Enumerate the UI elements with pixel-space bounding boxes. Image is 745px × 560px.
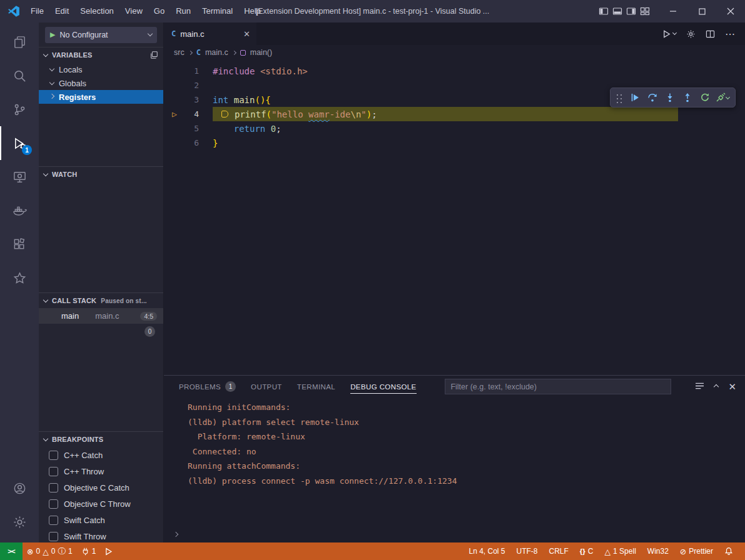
extensions-icon[interactable] bbox=[0, 228, 39, 261]
toggle-panel-icon[interactable] bbox=[612, 6, 622, 16]
code-line[interactable]: 5 return 0; bbox=[164, 121, 745, 136]
settings-gear-icon[interactable] bbox=[0, 505, 39, 539]
menu-terminal[interactable]: Terminal bbox=[196, 0, 238, 22]
disconnect-button[interactable] bbox=[714, 89, 731, 106]
source-control-icon[interactable] bbox=[0, 92, 39, 126]
call-stack-header[interactable]: CALL STACK Paused on st... bbox=[39, 293, 163, 308]
code-line[interactable]: ▷4printf("hello wamr-ide\n"); bbox=[164, 107, 745, 121]
toolbar-drag-grip[interactable] bbox=[615, 92, 623, 103]
debug-status[interactable] bbox=[100, 542, 117, 560]
code-line[interactable]: 1#include <stdio.h> bbox=[164, 64, 745, 78]
step-over-button[interactable] bbox=[644, 89, 661, 106]
formatter-status[interactable]: ⊘ Prettier bbox=[674, 542, 719, 560]
breakpoint-item[interactable]: C++ Catch bbox=[39, 447, 163, 463]
breakpoint-item[interactable]: C++ Throw bbox=[39, 463, 163, 479]
search-icon[interactable] bbox=[0, 59, 39, 92]
tab-terminal[interactable]: TERMINAL bbox=[297, 376, 335, 398]
code-line[interactable]: 6} bbox=[164, 136, 745, 150]
variables-header[interactable]: VARIABLES bbox=[39, 48, 163, 62]
breakpoint-checkbox[interactable] bbox=[49, 516, 58, 525]
continue-button[interactable] bbox=[627, 89, 643, 106]
start-debug-icon[interactable]: ▶ bbox=[50, 31, 55, 39]
breakpoint-item[interactable]: Swift Throw bbox=[39, 528, 163, 542]
more-actions-icon[interactable]: ⋯ bbox=[725, 28, 735, 40]
variables-actions-icon[interactable] bbox=[150, 51, 158, 59]
problems-status[interactable]: ⊗ 0 △ 0 ⓘ 1 bbox=[23, 542, 77, 560]
minimize-button[interactable] bbox=[659, 0, 687, 22]
line-number: 6 bbox=[185, 138, 199, 148]
output-actions-icon[interactable] bbox=[695, 381, 704, 392]
tab-debug-console[interactable]: DEBUG CONSOLE bbox=[350, 376, 417, 398]
restart-button[interactable] bbox=[697, 89, 713, 106]
step-out-button[interactable] bbox=[679, 89, 696, 106]
run-and-debug-icon[interactable]: 1 bbox=[0, 126, 39, 160]
accounts-icon[interactable] bbox=[0, 471, 39, 505]
breadcrumb-src[interactable]: src bbox=[174, 48, 185, 57]
code-text[interactable]: } bbox=[213, 136, 218, 150]
menu-edit[interactable]: Edit bbox=[49, 0, 74, 22]
maximize-button[interactable] bbox=[687, 0, 716, 22]
variables-scope-locals[interactable]: Locals bbox=[39, 62, 163, 76]
code-text[interactable]: return 0; bbox=[213, 121, 281, 136]
encoding-indicator[interactable]: UTF-8 bbox=[511, 542, 544, 560]
star-icon[interactable] bbox=[0, 261, 39, 295]
code-text[interactable]: #include <stdio.h> bbox=[213, 64, 308, 78]
menu-run[interactable]: Run bbox=[170, 0, 196, 22]
stack-frame-row[interactable]: main main.c 4:5 bbox=[39, 308, 163, 324]
remote-explorer-icon[interactable] bbox=[0, 160, 39, 194]
breakpoint-checkbox[interactable] bbox=[49, 499, 58, 509]
breakpoint-checkbox[interactable] bbox=[49, 467, 58, 476]
menu-file[interactable]: File bbox=[25, 0, 49, 22]
tab-problems[interactable]: PROBLEMS 1 bbox=[179, 376, 236, 398]
code-editor[interactable]: 1#include <stdio.h>23int main(){▷4printf… bbox=[164, 60, 745, 375]
console-output[interactable]: Running initCommands:(lldb) platform sel… bbox=[164, 398, 745, 526]
toggle-secondary-sidebar-icon[interactable] bbox=[626, 6, 636, 16]
console-input-row[interactable] bbox=[164, 526, 745, 542]
platform-indicator[interactable]: Win32 bbox=[642, 542, 674, 560]
breakpoint-checkbox[interactable] bbox=[49, 483, 58, 492]
cursor-position[interactable]: Ln 4, Col 5 bbox=[463, 542, 510, 560]
launch-config-dropdown[interactable]: ▶ No Configurat bbox=[45, 27, 157, 43]
tab-close-icon[interactable]: ✕ bbox=[243, 29, 250, 39]
tab-output[interactable]: OUTPUT bbox=[251, 376, 282, 398]
console-filter-input[interactable] bbox=[445, 379, 671, 394]
maximize-panel-icon[interactable] bbox=[714, 384, 719, 389]
eol-indicator[interactable]: CRLF bbox=[544, 542, 574, 560]
customize-layout-icon[interactable] bbox=[640, 6, 650, 16]
language-mode[interactable]: {} C bbox=[574, 542, 599, 560]
remote-indicator[interactable]: >< bbox=[0, 542, 23, 560]
breakpoint-item[interactable]: Objective C Catch bbox=[39, 479, 163, 496]
editor-settings-gear-icon[interactable] bbox=[686, 29, 696, 39]
variables-scope-globals[interactable]: Globals bbox=[39, 76, 163, 90]
current-frame-gutter-arrow[interactable]: ▷ bbox=[164, 107, 185, 121]
close-button[interactable] bbox=[716, 0, 745, 22]
breakpoint-item[interactable]: Swift Catch bbox=[39, 512, 163, 528]
menu-view[interactable]: View bbox=[119, 0, 148, 22]
breakpoints-header[interactable]: BREAKPOINTS bbox=[39, 432, 163, 447]
split-editor-icon[interactable] bbox=[706, 29, 715, 39]
breadcrumb-symbol[interactable]: main() bbox=[250, 48, 272, 57]
notifications-bell[interactable] bbox=[719, 542, 739, 560]
variables-scope-registers[interactable]: Registers bbox=[39, 90, 163, 104]
menu-go[interactable]: Go bbox=[148, 0, 170, 22]
breadcrumb-file[interactable]: main.c bbox=[205, 48, 228, 57]
close-panel-icon[interactable]: ✕ bbox=[728, 381, 736, 392]
code-text[interactable]: int main(){ bbox=[213, 92, 271, 107]
breakpoint-item[interactable]: Objective C Throw bbox=[39, 496, 163, 512]
spell-checker-status[interactable]: △ 1 Spell bbox=[599, 542, 641, 560]
menu-selection[interactable]: Selection bbox=[74, 0, 119, 22]
breakpoint-checkbox[interactable] bbox=[49, 532, 58, 541]
console-line: Running attachCommands: bbox=[188, 461, 745, 476]
breakpoint-checkbox[interactable] bbox=[49, 451, 58, 460]
toggle-primary-sidebar-icon[interactable] bbox=[599, 6, 609, 16]
run-file-button[interactable] bbox=[662, 29, 676, 39]
watch-section: WATCH bbox=[39, 166, 163, 292]
watch-header[interactable]: WATCH bbox=[39, 167, 163, 182]
ports-status[interactable]: 1 bbox=[77, 542, 101, 560]
tab-main-c[interactable]: C main.c ✕ bbox=[164, 22, 256, 45]
explorer-icon[interactable] bbox=[0, 25, 39, 59]
docker-icon[interactable] bbox=[0, 194, 39, 228]
step-into-button[interactable] bbox=[662, 89, 678, 106]
remote-icon: >< bbox=[8, 548, 14, 555]
code-text[interactable]: printf("hello wamr-ide\n"); bbox=[213, 107, 678, 121]
